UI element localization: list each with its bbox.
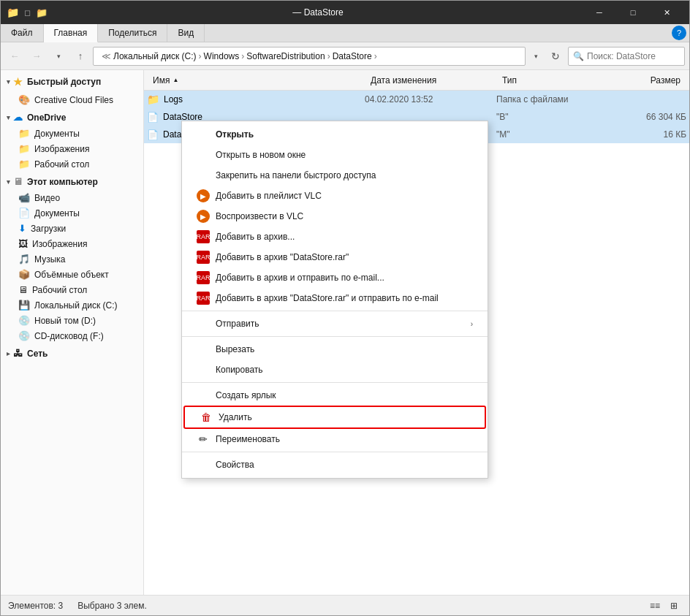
ctx-item-shortcut[interactable]: Создать ярлык	[182, 385, 488, 406]
ctx-item-send[interactable]: Отправить ›	[182, 313, 488, 334]
ctx-vlc-play-label: Воспроизвести в VLC	[216, 211, 303, 221]
maximize-button[interactable]: □	[616, 1, 650, 24]
sidebar-item-images2[interactable]: 🖼 Изображения	[1, 236, 143, 251]
search-input[interactable]	[587, 51, 680, 61]
col-header-name[interactable]: Имя ▲	[147, 70, 365, 90]
ctx-pin-icon	[197, 169, 210, 182]
help-button[interactable]: ?	[672, 26, 686, 40]
sidebar-onedrive[interactable]: ▾ ☁ OneDrive	[1, 109, 143, 126]
chevron-icon-network: ▸	[7, 350, 10, 357]
col-header-type[interactable]: Тип	[496, 70, 613, 90]
sidebar-network[interactable]: ▸ 🖧 Сеть	[1, 345, 143, 362]
forward-button[interactable]: →	[27, 47, 46, 66]
ctx-item-vlc-add[interactable]: ▶ Добавить в плейлист VLC	[182, 186, 488, 206]
ctx-item-archive[interactable]: RAR Добавить в архив...	[182, 227, 488, 247]
music-icon: 🎵	[18, 254, 30, 265]
recent-button[interactable]: ▾	[49, 47, 68, 66]
view-icons-button[interactable]: ⊞	[666, 598, 682, 613]
path-datastore[interactable]: DataStore	[333, 51, 372, 61]
address-path[interactable]: ≪ Локальный диск (C:) › Windows › Softwa…	[93, 47, 526, 66]
view-details-button[interactable]: ≡≡	[647, 598, 663, 613]
file-size-datastore1: 66 304 КБ	[613, 112, 686, 122]
ctx-item-pin[interactable]: Закрепить на панели быстрого доступа	[182, 165, 488, 186]
path-local-disk[interactable]: Локальный диск (C:)	[113, 51, 197, 61]
star-icon: ★	[13, 76, 23, 88]
chevron-icon-onedrive: ▾	[7, 114, 10, 121]
file-date-logs: 04.02.2020 13:52	[365, 94, 496, 104]
view-controls: ≡≡ ⊞	[647, 598, 682, 613]
sidebar-item-local-disk[interactable]: 💾 Локальный диск (С:)	[1, 297, 143, 313]
ctx-archive-label: Добавить в архив...	[216, 232, 295, 242]
selected-count: Выбрано 3 элем.	[77, 601, 147, 611]
sidebar-item-desktop[interactable]: 📁 Рабочий стол	[1, 156, 143, 172]
sidebar-item-new-volume[interactable]: 💿 Новый том (D:)	[1, 313, 143, 328]
search-box[interactable]: 🔍	[568, 47, 685, 66]
file-name-text-logs: Logs	[164, 94, 183, 104]
sidebar-item-creative-cloud[interactable]: 🎨 Creative Cloud Files	[1, 92, 143, 107]
col-header-size[interactable]: Размер	[613, 70, 686, 90]
sidebar-local-disk-label: Локальный диск (С:)	[34, 300, 118, 311]
ctx-item-open[interactable]: Открыть	[182, 124, 488, 145]
network-icon: 🖧	[13, 348, 23, 359]
path-softwaredistribution[interactable]: SoftwareDistribution	[246, 51, 325, 61]
ctx-item-copy[interactable]: Копировать	[182, 360, 488, 380]
ctx-archive-email-label: Добавить в архив и отправить по e-mail..…	[216, 273, 384, 283]
sidebar-this-pc[interactable]: ▾ 🖥 Этот компьютер	[1, 173, 143, 190]
col-header-date[interactable]: Дата изменения	[365, 70, 496, 90]
tab-share[interactable]: Поделиться	[98, 24, 167, 42]
minimize-button[interactable]: ─	[583, 1, 616, 24]
back-button[interactable]: ←	[5, 47, 24, 66]
ctx-item-archive-rar-email[interactable]: RAR Добавить в архив "DataStore.rar" и о…	[182, 288, 488, 308]
sidebar-item-docs[interactable]: 📄 Документы	[1, 205, 143, 221]
col-type-label: Тип	[502, 75, 517, 85]
refresh-button[interactable]: ↻	[546, 47, 565, 66]
sidebar-images2-label: Изображения	[32, 239, 87, 249]
address-dropdown[interactable]: ▾	[528, 47, 543, 66]
sidebar-network-section: ▸ 🖧 Сеть	[1, 345, 143, 362]
sidebar-images-label: Изображения	[34, 144, 89, 154]
sidebar-item-images[interactable]: 📁 Изображения	[1, 141, 143, 156]
path-chevron-2: ›	[241, 51, 244, 61]
ctx-open-new-label: Открыть в новом окне	[216, 150, 306, 160]
ctx-item-vlc-play[interactable]: ▶ Воспроизвести в VLC	[182, 206, 488, 227]
tab-file[interactable]: Файл	[1, 24, 44, 42]
title-bar-icons: 📁 ◻ 📁	[7, 7, 48, 18]
file-size-datastore2: 16 КБ	[613, 129, 686, 140]
tab-view[interactable]: Вид	[167, 24, 205, 42]
video-icon: 📹	[18, 192, 30, 203]
up-button[interactable]: ↑	[71, 47, 90, 66]
window-title: — DataStore	[53, 7, 583, 18]
sidebar-item-documents[interactable]: 📁 Документы	[1, 126, 143, 141]
ctx-item-open-new[interactable]: Открыть в новом окне	[182, 145, 488, 165]
table-row[interactable]: 📁 Logs 04.02.2020 13:52 Папка с файлами	[144, 91, 689, 108]
ctx-item-properties[interactable]: Свойства	[182, 455, 488, 475]
sidebar-item-music[interactable]: 🎵 Музыка	[1, 251, 143, 267]
sidebar-docs-label: Документы	[34, 208, 80, 218]
title-icon-3: 📁	[36, 7, 48, 18]
ctx-delete-label: Удалить	[219, 412, 252, 422]
ctx-archive-rar-label: Добавить в архив "DataStore.rar"	[216, 252, 349, 262]
ctx-item-archive-email[interactable]: RAR Добавить в архив и отправить по e-ma…	[182, 267, 488, 288]
ctx-item-cut[interactable]: Вырезать	[182, 339, 488, 360]
close-button[interactable]: ✕	[650, 1, 683, 24]
path-windows[interactable]: Windows	[204, 51, 240, 61]
sidebar-item-downloads[interactable]: ⬇ Загрузки	[1, 221, 143, 236]
ctx-archive-rar-email-label: Добавить в архив "DataStore.rar" и отпра…	[216, 293, 439, 303]
ctx-item-delete[interactable]: 🗑 Удалить	[183, 406, 486, 429]
sidebar-item-video[interactable]: 📹 Видео	[1, 190, 143, 205]
ctx-properties-icon	[197, 458, 210, 471]
ribbon-tabs: Файл Главная Поделиться Вид ?	[1, 24, 689, 42]
tab-home[interactable]: Главная	[44, 24, 99, 42]
sidebar-item-3d[interactable]: 📦 Объёмные объект	[1, 267, 143, 282]
sidebar-cd-drive-label: CD-дисковод (F:)	[34, 331, 104, 341]
ctx-item-rename[interactable]: ✏ Переименовать	[182, 429, 488, 449]
ctx-send-arrow: ›	[471, 320, 473, 328]
status-bar: Элементов: 3 Выбрано 3 элем. ≡≡ ⊞	[1, 595, 689, 615]
file-type-logs: Папка с файлами	[496, 94, 613, 104]
ctx-separator-3	[182, 382, 488, 383]
ctx-item-archive-rar[interactable]: RAR Добавить в архив "DataStore.rar"	[182, 247, 488, 267]
sidebar-item-cd-drive[interactable]: 💿 CD-дисковод (F:)	[1, 328, 143, 343]
cd-drive-icon: 💿	[18, 330, 30, 341]
sidebar-item-desktop2[interactable]: 🖥 Рабочий стол	[1, 282, 143, 297]
sidebar-quick-access[interactable]: ▾ ★ Быстрый доступ	[1, 73, 143, 91]
